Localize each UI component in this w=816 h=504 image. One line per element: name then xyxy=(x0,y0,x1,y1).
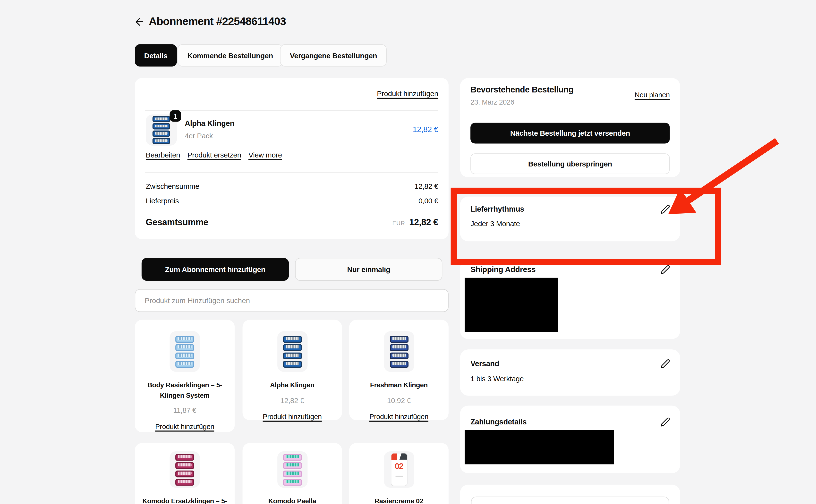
razor-cartridge xyxy=(283,336,302,342)
subtotal-row: Zwischensumme 12,82 € xyxy=(146,182,438,190)
upcoming-order-date: 23. März 2026 xyxy=(470,98,514,106)
send-next-order-button[interactable]: Nächste Bestellung jetzt versenden xyxy=(470,123,670,144)
subtotal-label: Zwischensumme xyxy=(146,182,199,190)
redaction-block xyxy=(465,278,558,332)
reschedule-link[interactable]: Neu planen xyxy=(635,91,670,99)
product-card: Freshman Klingen 10,92 € Produkt hinzufü… xyxy=(349,320,449,420)
total-amount: 12,82 € xyxy=(409,217,438,228)
divider xyxy=(145,110,438,111)
product-card: Body Rasierklingen – 5-Klingen System 11… xyxy=(135,320,235,432)
tab-upcoming-orders-label: Kommende Bestellungen xyxy=(187,51,273,59)
page-title: Abonnement #22548611403 xyxy=(149,15,286,27)
replace-product-link[interactable]: Produkt ersetzen xyxy=(187,151,241,159)
tab-details-label: Details xyxy=(144,51,167,59)
add-product-link[interactable]: Produkt hinzufügen xyxy=(155,423,214,430)
product-price: 12,82 € xyxy=(243,396,342,404)
product-thumbnail: 1 xyxy=(146,114,177,146)
product-image xyxy=(384,331,414,372)
tab-past-orders[interactable]: Vergangene Bestellungen xyxy=(280,44,387,66)
send-next-order-label: Nächste Bestellung jetzt versenden xyxy=(510,129,630,137)
shipping-method-value: 1 bis 3 Werktage xyxy=(470,374,524,383)
item-actions: Bearbeiten Produkt ersetzen View more xyxy=(146,151,282,159)
product-title: Rasiercreme 02 xyxy=(356,496,442,504)
razor-cartridge xyxy=(283,344,302,351)
skip-order-button[interactable]: Bestellung überspringen xyxy=(470,153,670,174)
razor-cartridge xyxy=(175,462,194,469)
delivery-frequency-card: Lieferrhythmus Jeder 3 Monate xyxy=(460,197,680,241)
tube-art-line xyxy=(395,476,403,477)
add-product-link[interactable]: Produkt hinzufügen xyxy=(377,90,438,98)
razor-cartridge xyxy=(175,336,194,342)
razor-cartridge xyxy=(152,116,170,122)
product-search-input[interactable] xyxy=(135,289,449,312)
upcoming-order-card: Bevorstehende Bestellung 23. März 2026 N… xyxy=(460,78,680,177)
razor-cartridge xyxy=(390,344,408,351)
item-variant: 4er Pack xyxy=(185,132,213,140)
total-value: EUR 12,82 € xyxy=(392,217,438,228)
add-to-subscription-button[interactable]: Zum Abonnement hinzufügen xyxy=(141,258,289,281)
shipping-address-card: Shipping Address xyxy=(460,260,680,339)
edit-frequency-pencil-icon[interactable] xyxy=(660,204,670,214)
razor-cartridge xyxy=(283,470,302,477)
cream-tube-image: 02 xyxy=(391,454,407,486)
partial-card xyxy=(460,485,680,504)
payment-details-card: Zahlungsdetails xyxy=(460,405,680,473)
product-image xyxy=(277,331,307,372)
redaction-block xyxy=(465,430,614,464)
product-card: 02 Rasiercreme 02 xyxy=(349,443,449,504)
razor-cartridge xyxy=(175,352,194,359)
upcoming-order-title: Bevorstehende Bestellung xyxy=(470,85,573,95)
product-title: Alpha Klingen xyxy=(249,380,336,390)
razor-cartridge xyxy=(152,131,170,137)
razor-cartridge xyxy=(175,454,194,461)
order-summary-card: Produkt hinzufügen 1 Alpha Klingen 4er P… xyxy=(135,78,449,239)
razor-cartridge xyxy=(390,361,408,367)
view-more-link[interactable]: View more xyxy=(249,151,282,159)
razor-cartridge xyxy=(175,479,194,485)
product-image xyxy=(277,451,307,488)
razor-cartridge xyxy=(283,479,302,485)
partial-input-box[interactable] xyxy=(471,496,669,504)
shipping-price-row: Lieferpreis 0,00 € xyxy=(146,197,438,205)
shipping-method-title: Versand xyxy=(470,359,499,368)
total-label: Gesamtsumme xyxy=(146,217,208,228)
delivery-frequency-value: Jeder 3 Monate xyxy=(470,219,520,228)
shipping-method-card: Versand 1 bis 3 Werktage xyxy=(460,349,680,396)
razor-cartridge xyxy=(152,138,170,144)
quantity-badge: 1 xyxy=(170,110,181,122)
one-time-label: Nur einmalig xyxy=(347,265,390,273)
item-name: Alpha Klingen xyxy=(185,119,234,127)
edit-address-pencil-icon[interactable] xyxy=(660,265,670,275)
edit-shipping-pencil-icon[interactable] xyxy=(660,359,670,369)
tab-upcoming-orders[interactable]: Kommende Bestellungen xyxy=(177,44,283,66)
tab-past-orders-label: Vergangene Bestellungen xyxy=(290,51,377,59)
razor-cartridge xyxy=(152,123,170,130)
skip-order-label: Bestellung überspringen xyxy=(528,160,612,168)
product-image xyxy=(170,451,200,488)
back-arrow-icon[interactable] xyxy=(134,16,145,27)
one-time-button[interactable]: Nur einmalig xyxy=(295,258,442,281)
shipping-address-title: Shipping Address xyxy=(470,265,535,273)
tab-details[interactable]: Details xyxy=(135,44,177,66)
tube-label: 02 xyxy=(391,462,407,471)
product-title: Komodo Ersatzklingen – 5- xyxy=(141,496,229,504)
payment-details-title: Zahlungsdetails xyxy=(470,418,526,426)
shipping-price-label: Lieferpreis xyxy=(146,197,179,205)
edit-payment-pencil-icon[interactable] xyxy=(660,417,670,427)
subscription-details-page: Abonnement #22548611403 Details Kommende… xyxy=(0,0,816,504)
add-to-subscription-label: Zum Abonnement hinzufügen xyxy=(165,265,266,273)
product-title: Body Rasierklingen – 5-Klingen System xyxy=(141,380,229,400)
product-price: 10,92 € xyxy=(349,396,449,404)
edit-link[interactable]: Bearbeiten xyxy=(146,151,180,159)
razor-cartridge xyxy=(390,336,408,342)
add-product-link[interactable]: Produkt hinzufügen xyxy=(263,413,322,420)
product-card: Alpha Klingen 12,82 € Produkt hinzufügen xyxy=(243,320,342,420)
product-price: 11,87 € xyxy=(135,406,235,414)
add-product-link[interactable]: Produkt hinzufügen xyxy=(369,413,428,420)
razor-cartridge xyxy=(283,454,302,461)
razor-cartridge xyxy=(175,470,194,477)
razor-cartridge xyxy=(283,361,302,367)
currency-code: EUR xyxy=(392,220,405,226)
product-card: Komodo Ersatzklingen – 5- xyxy=(135,443,235,504)
product-image xyxy=(170,331,200,372)
